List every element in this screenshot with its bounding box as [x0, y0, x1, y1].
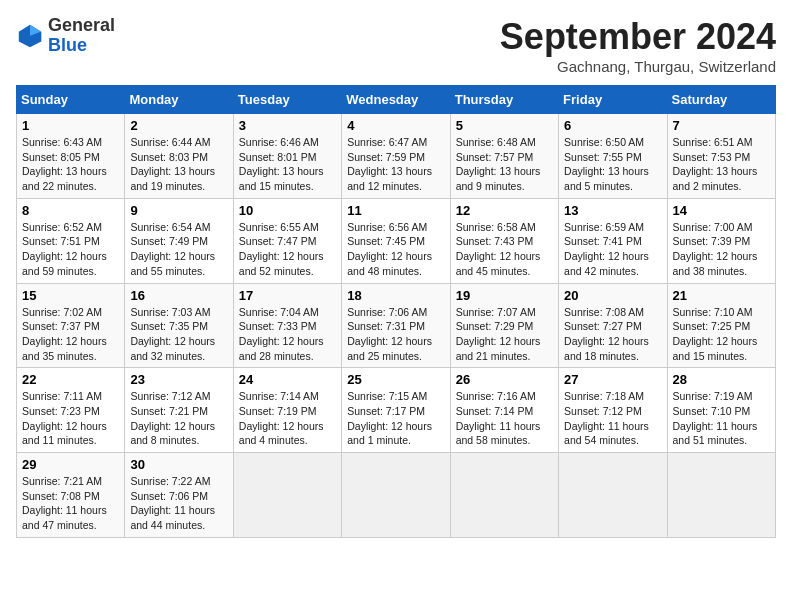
empty-cell	[450, 453, 558, 538]
day-cell-21: 21Sunrise: 7:10 AM Sunset: 7:25 PM Dayli…	[667, 283, 775, 368]
weekday-header-thursday: Thursday	[450, 86, 558, 114]
day-cell-15: 15Sunrise: 7:02 AM Sunset: 7:37 PM Dayli…	[17, 283, 125, 368]
day-cell-9: 9Sunrise: 6:54 AM Sunset: 7:49 PM Daylig…	[125, 198, 233, 283]
day-info: Sunrise: 7:19 AM Sunset: 7:10 PM Dayligh…	[673, 389, 770, 448]
day-number: 27	[564, 372, 661, 387]
calendar-table: SundayMondayTuesdayWednesdayThursdayFrid…	[16, 85, 776, 538]
day-cell-14: 14Sunrise: 7:00 AM Sunset: 7:39 PM Dayli…	[667, 198, 775, 283]
day-number: 2	[130, 118, 227, 133]
day-info: Sunrise: 7:06 AM Sunset: 7:31 PM Dayligh…	[347, 305, 444, 364]
day-cell-18: 18Sunrise: 7:06 AM Sunset: 7:31 PM Dayli…	[342, 283, 450, 368]
day-cell-10: 10Sunrise: 6:55 AM Sunset: 7:47 PM Dayli…	[233, 198, 341, 283]
day-info: Sunrise: 6:44 AM Sunset: 8:03 PM Dayligh…	[130, 135, 227, 194]
day-cell-27: 27Sunrise: 7:18 AM Sunset: 7:12 PM Dayli…	[559, 368, 667, 453]
day-number: 22	[22, 372, 119, 387]
day-cell-17: 17Sunrise: 7:04 AM Sunset: 7:33 PM Dayli…	[233, 283, 341, 368]
day-number: 9	[130, 203, 227, 218]
day-number: 20	[564, 288, 661, 303]
day-info: Sunrise: 6:47 AM Sunset: 7:59 PM Dayligh…	[347, 135, 444, 194]
day-cell-24: 24Sunrise: 7:14 AM Sunset: 7:19 PM Dayli…	[233, 368, 341, 453]
empty-cell	[559, 453, 667, 538]
weekday-header-sunday: Sunday	[17, 86, 125, 114]
day-number: 5	[456, 118, 553, 133]
day-info: Sunrise: 7:15 AM Sunset: 7:17 PM Dayligh…	[347, 389, 444, 448]
day-info: Sunrise: 6:56 AM Sunset: 7:45 PM Dayligh…	[347, 220, 444, 279]
day-info: Sunrise: 6:46 AM Sunset: 8:01 PM Dayligh…	[239, 135, 336, 194]
day-cell-22: 22Sunrise: 7:11 AM Sunset: 7:23 PM Dayli…	[17, 368, 125, 453]
day-number: 8	[22, 203, 119, 218]
empty-cell	[342, 453, 450, 538]
day-number: 28	[673, 372, 770, 387]
day-info: Sunrise: 7:12 AM Sunset: 7:21 PM Dayligh…	[130, 389, 227, 448]
weekday-header-tuesday: Tuesday	[233, 86, 341, 114]
day-cell-2: 2Sunrise: 6:44 AM Sunset: 8:03 PM Daylig…	[125, 114, 233, 199]
week-row-4: 22Sunrise: 7:11 AM Sunset: 7:23 PM Dayli…	[17, 368, 776, 453]
day-cell-19: 19Sunrise: 7:07 AM Sunset: 7:29 PM Dayli…	[450, 283, 558, 368]
day-number: 12	[456, 203, 553, 218]
day-cell-3: 3Sunrise: 6:46 AM Sunset: 8:01 PM Daylig…	[233, 114, 341, 199]
day-number: 30	[130, 457, 227, 472]
week-row-3: 15Sunrise: 7:02 AM Sunset: 7:37 PM Dayli…	[17, 283, 776, 368]
day-info: Sunrise: 7:14 AM Sunset: 7:19 PM Dayligh…	[239, 389, 336, 448]
day-info: Sunrise: 6:54 AM Sunset: 7:49 PM Dayligh…	[130, 220, 227, 279]
day-info: Sunrise: 7:18 AM Sunset: 7:12 PM Dayligh…	[564, 389, 661, 448]
day-info: Sunrise: 7:07 AM Sunset: 7:29 PM Dayligh…	[456, 305, 553, 364]
day-cell-25: 25Sunrise: 7:15 AM Sunset: 7:17 PM Dayli…	[342, 368, 450, 453]
week-row-2: 8Sunrise: 6:52 AM Sunset: 7:51 PM Daylig…	[17, 198, 776, 283]
location: Gachnang, Thurgau, Switzerland	[500, 58, 776, 75]
day-cell-11: 11Sunrise: 6:56 AM Sunset: 7:45 PM Dayli…	[342, 198, 450, 283]
day-info: Sunrise: 7:04 AM Sunset: 7:33 PM Dayligh…	[239, 305, 336, 364]
day-info: Sunrise: 7:21 AM Sunset: 7:08 PM Dayligh…	[22, 474, 119, 533]
day-cell-26: 26Sunrise: 7:16 AM Sunset: 7:14 PM Dayli…	[450, 368, 558, 453]
day-info: Sunrise: 7:02 AM Sunset: 7:37 PM Dayligh…	[22, 305, 119, 364]
day-cell-12: 12Sunrise: 6:58 AM Sunset: 7:43 PM Dayli…	[450, 198, 558, 283]
day-cell-4: 4Sunrise: 6:47 AM Sunset: 7:59 PM Daylig…	[342, 114, 450, 199]
day-number: 13	[564, 203, 661, 218]
day-cell-29: 29Sunrise: 7:21 AM Sunset: 7:08 PM Dayli…	[17, 453, 125, 538]
day-cell-8: 8Sunrise: 6:52 AM Sunset: 7:51 PM Daylig…	[17, 198, 125, 283]
day-info: Sunrise: 6:52 AM Sunset: 7:51 PM Dayligh…	[22, 220, 119, 279]
day-info: Sunrise: 6:51 AM Sunset: 7:53 PM Dayligh…	[673, 135, 770, 194]
day-number: 26	[456, 372, 553, 387]
weekday-header-row: SundayMondayTuesdayWednesdayThursdayFrid…	[17, 86, 776, 114]
day-info: Sunrise: 6:59 AM Sunset: 7:41 PM Dayligh…	[564, 220, 661, 279]
day-number: 6	[564, 118, 661, 133]
day-info: Sunrise: 7:08 AM Sunset: 7:27 PM Dayligh…	[564, 305, 661, 364]
day-number: 11	[347, 203, 444, 218]
day-number: 14	[673, 203, 770, 218]
day-number: 23	[130, 372, 227, 387]
day-number: 7	[673, 118, 770, 133]
empty-cell	[667, 453, 775, 538]
weekday-header-friday: Friday	[559, 86, 667, 114]
week-row-5: 29Sunrise: 7:21 AM Sunset: 7:08 PM Dayli…	[17, 453, 776, 538]
day-cell-5: 5Sunrise: 6:48 AM Sunset: 7:57 PM Daylig…	[450, 114, 558, 199]
day-number: 21	[673, 288, 770, 303]
day-number: 16	[130, 288, 227, 303]
day-number: 3	[239, 118, 336, 133]
day-cell-1: 1Sunrise: 6:43 AM Sunset: 8:05 PM Daylig…	[17, 114, 125, 199]
month-title: September 2024	[500, 16, 776, 58]
day-number: 15	[22, 288, 119, 303]
day-number: 18	[347, 288, 444, 303]
day-cell-16: 16Sunrise: 7:03 AM Sunset: 7:35 PM Dayli…	[125, 283, 233, 368]
day-cell-23: 23Sunrise: 7:12 AM Sunset: 7:21 PM Dayli…	[125, 368, 233, 453]
day-number: 25	[347, 372, 444, 387]
day-info: Sunrise: 7:11 AM Sunset: 7:23 PM Dayligh…	[22, 389, 119, 448]
day-info: Sunrise: 6:58 AM Sunset: 7:43 PM Dayligh…	[456, 220, 553, 279]
day-info: Sunrise: 7:22 AM Sunset: 7:06 PM Dayligh…	[130, 474, 227, 533]
page-header: General Blue September 2024 Gachnang, Th…	[16, 16, 776, 75]
title-block: September 2024 Gachnang, Thurgau, Switze…	[500, 16, 776, 75]
day-info: Sunrise: 6:55 AM Sunset: 7:47 PM Dayligh…	[239, 220, 336, 279]
week-row-1: 1Sunrise: 6:43 AM Sunset: 8:05 PM Daylig…	[17, 114, 776, 199]
day-info: Sunrise: 7:03 AM Sunset: 7:35 PM Dayligh…	[130, 305, 227, 364]
day-number: 29	[22, 457, 119, 472]
logo-text: General Blue	[48, 16, 115, 56]
day-cell-7: 7Sunrise: 6:51 AM Sunset: 7:53 PM Daylig…	[667, 114, 775, 199]
day-info: Sunrise: 6:50 AM Sunset: 7:55 PM Dayligh…	[564, 135, 661, 194]
weekday-header-saturday: Saturday	[667, 86, 775, 114]
weekday-header-monday: Monday	[125, 86, 233, 114]
empty-cell	[233, 453, 341, 538]
day-number: 4	[347, 118, 444, 133]
day-cell-6: 6Sunrise: 6:50 AM Sunset: 7:55 PM Daylig…	[559, 114, 667, 199]
day-cell-20: 20Sunrise: 7:08 AM Sunset: 7:27 PM Dayli…	[559, 283, 667, 368]
